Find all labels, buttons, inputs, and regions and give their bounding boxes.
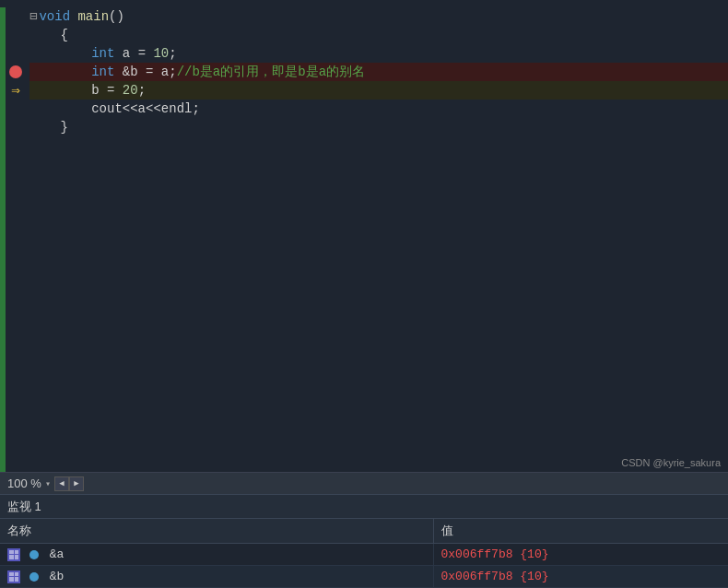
code-line-7: } (29, 118, 728, 136)
breakpoint-dot (9, 65, 22, 78)
code-line-5: b = 20; (29, 81, 728, 100)
code-container: ⇒ ⊟void main() { int a = 10; (0, 0, 728, 472)
status-bar: 100 % ▾ ◀ ▶ (0, 472, 728, 494)
line-4-indicator (6, 63, 26, 81)
collapse-icon: ⊟ (29, 7, 37, 26)
watch-title: 监视 1 (7, 499, 41, 515)
zoom-dropdown[interactable]: ▾ (43, 478, 51, 489)
dot-icon-a (29, 550, 39, 559)
watch-row-a: &a 0x006ff7b8 {10} (0, 544, 728, 566)
zoom-arrow-icon: ▾ (45, 478, 51, 489)
watch-table: 名称 值 &a 0x006ff7b8 {10} (0, 519, 728, 588)
code-line-6: cout<<a<<endl; (29, 100, 728, 118)
arrow-icon: ⇒ (11, 81, 20, 100)
line-2-indicator (6, 26, 26, 44)
zoom-level: 100 % (7, 476, 41, 490)
scroll-right-btn[interactable]: ▶ (69, 476, 84, 491)
kw-int-a: int (91, 44, 114, 63)
code-line-4: int &b = a;//b是a的引用，即是b是a的别名 (29, 63, 728, 81)
watch-var-a: &a (50, 547, 65, 561)
line-6-indicator (6, 100, 26, 118)
watch-var-b: &b (50, 570, 65, 583)
watch-panel: 监视 1 名称 值 &a 0x006ff7b8 {10} (0, 494, 728, 588)
num-20: 20 (123, 81, 138, 100)
watch-name-a: &a (0, 544, 433, 566)
watermark: CSDN @kyrie_sakura (621, 457, 721, 468)
line-7-indicator (6, 118, 26, 136)
line-5-indicator: ⇒ (6, 81, 26, 100)
watch-col-value: 值 (433, 519, 728, 544)
watch-name-b: &b (0, 566, 433, 588)
kw-int-b: int (91, 63, 114, 81)
grid-icon-b (7, 570, 20, 583)
num-10: 10 (153, 44, 169, 63)
code-line-2: { (29, 26, 728, 44)
code-line-3: int a = 10; (29, 44, 728, 63)
comment-b: //b是a的引用，即是b是a的别名 (177, 63, 365, 81)
watch-row-b: &b 0x006ff7b8 {10} (0, 566, 728, 588)
editor-area: ⇒ ⊟void main() { int a = 10; (0, 0, 728, 472)
fn-main: main (77, 7, 109, 26)
line-1-indicator (6, 7, 26, 26)
watch-table-header-row: 名称 值 (0, 519, 728, 544)
scroll-left-btn[interactable]: ◀ (54, 476, 69, 491)
kw-void: void (39, 7, 70, 26)
scroll-buttons: ◀ ▶ (54, 476, 84, 491)
watch-header: 监视 1 (0, 495, 728, 519)
code-lines: ⊟void main() { int a = 10; int &b = a;//… (26, 7, 728, 472)
watch-value-b: 0x006ff7b8 {10} (433, 566, 728, 588)
code-line-1: ⊟void main() (29, 7, 728, 26)
line-indicators: ⇒ (6, 7, 26, 472)
grid-icon-a (7, 548, 20, 561)
dot-icon-b (29, 572, 39, 582)
line-3-indicator (6, 44, 26, 63)
watch-value-a: 0x006ff7b8 {10} (433, 544, 728, 566)
watch-col-name: 名称 (0, 519, 433, 544)
